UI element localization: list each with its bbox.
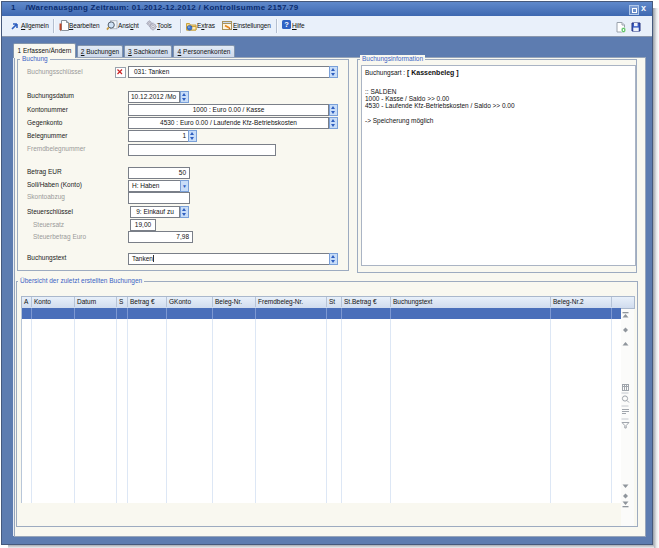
svg-text:?: ?	[284, 20, 289, 29]
